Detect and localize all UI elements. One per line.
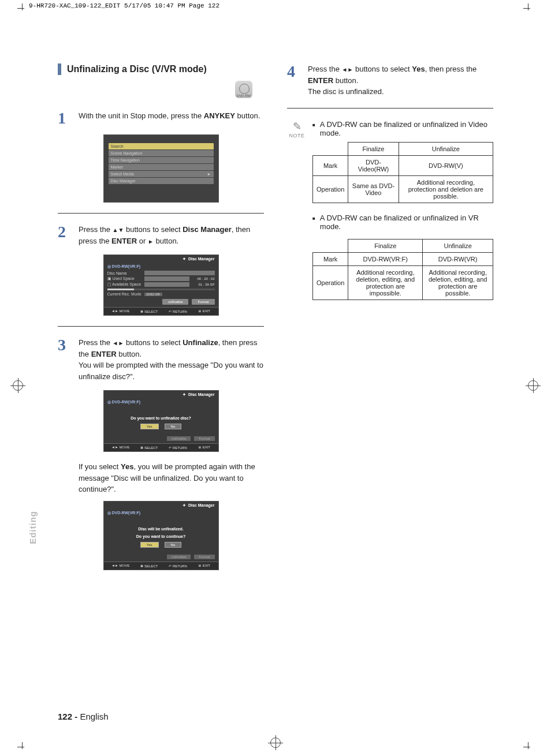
menu-item: Select Media► [109,171,214,177]
dialog-message-1: Disc will be unfinalized. [110,527,213,531]
step-number: 2 [58,224,72,246]
step-2: 2 Press the buttons to select Disc Manag… [58,224,264,246]
table-video-mode: Finalize Unfinalize Mark DVD-Video(RW) D… [312,142,493,203]
osd-btn-format: Format [192,299,214,305]
col-finalize: Finalize [348,142,399,155]
step-number: 3 [58,337,72,382]
print-job-header: 9-HR720-XAC_109-122_EDIT 5/17/05 10:47 P… [29,2,219,9]
menu-item: Search [109,143,214,149]
section-heading: Unfinalizing a Disc (V/VR mode) [58,63,264,75]
cell: Additional recording, deletion, editing,… [423,265,493,300]
dialog-message-2: Do you want to continue? [110,534,213,538]
step-number: 1 [58,110,72,126]
note-bullet: ■ A DVD-RW can be finalized or unfinaliz… [312,214,493,231]
note-icon: ✎ NOTE [287,120,307,310]
step-number: 4 [287,63,301,98]
cell: Same as DVD-Video [348,175,399,203]
menu-item: Disc Manager [109,178,214,184]
step-text: Press the buttons to select Disc Manager… [79,224,264,246]
right-arrow-icon [148,237,154,245]
menu-item: Time Navigation [109,157,214,163]
dialog-no: No [165,424,182,429]
menu-item: Scene Navigation [109,150,214,156]
dialog-message: Do you want to unfinalize disc? [110,416,213,420]
dvd-rw-icon: DVD-RW [235,81,252,98]
osd-btn-unfinalize: unfinalize [162,299,188,305]
col-unfinalize: Unfinalize [423,239,493,252]
row-operation: Operation [313,175,348,203]
note-block: ✎ NOTE ■ A DVD-RW can be finalized or un… [287,120,493,310]
dialog-yes: Yes [140,542,159,548]
step-text: Press the buttons to select Unfinalize, … [79,337,264,382]
col-unfinalize: Unfinalize [399,142,493,155]
dialog-no: No [165,542,182,548]
cell: Additional recording, deletion, editing,… [348,265,423,300]
osd-dialog-continue: ✦Disc Manager ◎ DVD-RW(VR:F) Disc will b… [103,501,219,570]
dialog-yes: Yes [140,424,159,429]
osd-dialog-unfinalize: ✦Disc Manager ◎ DVD-RW(VR:F) Do you want… [103,390,219,452]
left-right-arrow-icon [342,65,353,73]
row-mark: Mark [313,155,348,175]
osd-disc-manager: ✦Disc Manager ◎ DVD-RW(VR:F) Disc Name ▣… [103,255,219,316]
cell: Additional recording, protection and del… [399,175,493,203]
step-4: 4 Press the buttons to select Yes, then … [287,63,493,98]
cell: DVD-Video(RW) [348,155,399,175]
cell: DVD-RW(V) [399,155,493,175]
step-text: Press the buttons to select Yes, then pr… [308,63,493,98]
step-3-followup: If you select Yes, you will be prompted … [79,461,264,495]
osd-title: Disc Manager [188,257,215,261]
cell: DVD-RW(VR) [423,252,493,265]
section-title: Unfinalizing a Disc (V/VR mode) [67,64,207,74]
row-mark: Mark [313,252,348,265]
heading-accent-bar [58,63,61,75]
page-footer: 122 - English [58,712,109,721]
col-finalize: Finalize [348,239,423,252]
row-operation: Operation [313,265,348,300]
step-1: 1 With the unit in Stop mode, press the … [58,110,264,126]
up-down-arrow-icon [113,225,124,234]
crop-mark [17,742,28,753]
crop-mark [523,3,534,14]
left-right-arrow-icon [113,338,124,347]
divider [58,326,264,327]
divider [287,108,493,108]
osd-media: DVD-RW(VR:F) [111,264,140,268]
note-bullet: ■ A DVD-RW can be finalized or unfinaliz… [312,120,493,137]
step-3: 3 Press the buttons to select Unfinalize… [58,337,264,382]
divider [58,213,264,214]
crop-mark [523,742,534,753]
step-text: With the unit in Stop mode, press the AN… [79,110,260,126]
cell: DVD-RW(VR:F) [348,252,423,265]
osd-anykey-menu: Search Scene Navigation Time Navigation … [103,134,219,203]
menu-item: Marker [109,164,214,170]
table-vr-mode: Finalize Unfinalize Mark DVD-RW(VR:F) DV… [312,239,493,300]
crop-mark [17,3,28,14]
